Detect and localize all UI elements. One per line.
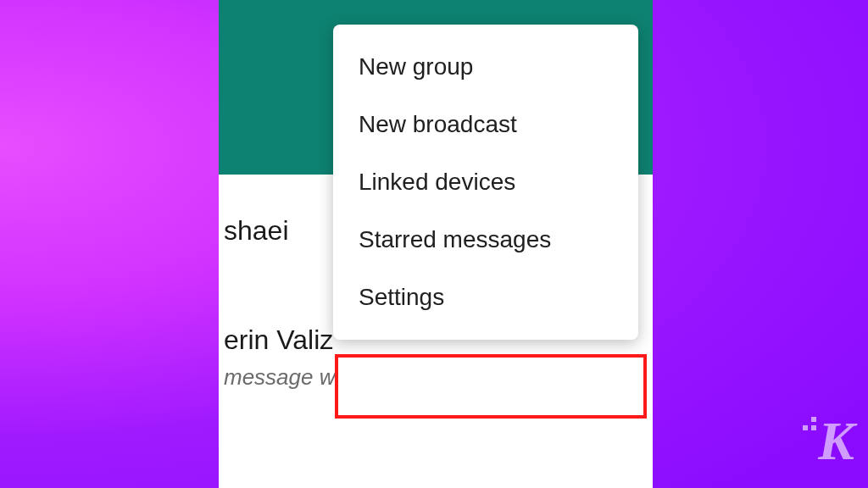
menu-item-label: New group (359, 53, 473, 80)
menu-item-label: Linked devices (359, 169, 515, 195)
watermark-logo: K (818, 410, 853, 473)
menu-item-settings[interactable]: Settings (333, 269, 638, 326)
menu-item-new-broadcast[interactable]: New broadcast (333, 96, 638, 153)
overflow-menu: New group New broadcast Linked devices S… (333, 25, 638, 340)
chat-preview: message w (224, 364, 648, 391)
menu-item-new-group[interactable]: New group (333, 38, 638, 96)
watermark-dots-icon (803, 417, 816, 430)
menu-item-label: New broadcast (359, 111, 517, 137)
menu-item-label: Starred messages (359, 226, 551, 252)
watermark-letter: K (818, 411, 853, 471)
menu-item-label: Settings (359, 284, 444, 310)
menu-item-linked-devices[interactable]: Linked devices (333, 153, 638, 211)
menu-item-starred-messages[interactable]: Starred messages (333, 211, 638, 269)
tab-bar[interactable]: ST (219, 444, 653, 488)
tab-status-partial[interactable]: ST (219, 452, 312, 480)
